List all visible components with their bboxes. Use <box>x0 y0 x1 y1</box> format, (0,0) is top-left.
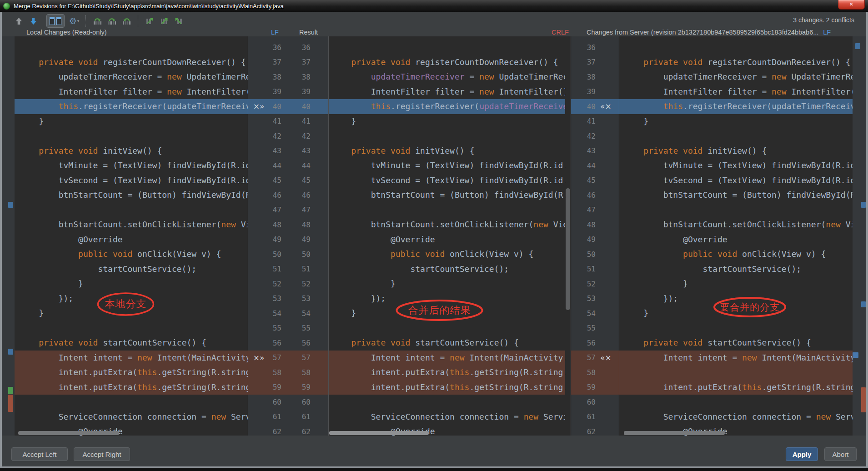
code-line-left[interactable] <box>15 203 248 218</box>
change-marker[interactable] <box>861 202 866 208</box>
code-line-result[interactable]: @Override <box>329 232 565 247</box>
code-line-result[interactable]: startCountService(); <box>329 262 565 277</box>
settings-gear-icon[interactable]: ⚙▾ <box>68 15 80 27</box>
ignore-change-marker-icon[interactable]: ×» <box>248 102 269 111</box>
code-line-result[interactable] <box>329 129 565 144</box>
result-hscrollbar-thumb[interactable] <box>329 431 429 435</box>
ignore-change-marker-icon[interactable]: ×» <box>248 353 269 362</box>
code-line-left[interactable]: } <box>15 276 248 291</box>
code-line-result[interactable]: IntentFilter filter = new IntentFilter()… <box>329 85 565 100</box>
code-line-right[interactable] <box>619 40 853 55</box>
merge-apply-right-icon[interactable] <box>173 15 185 27</box>
code-line-right[interactable]: } <box>619 114 853 129</box>
abort-button[interactable]: Abort <box>824 447 857 461</box>
code-line-left[interactable]: tvSecond = (TextView) findViewById(R.id.… <box>15 173 248 188</box>
code-line-left[interactable]: btnStartCount.setOnClickListener(new Vie… <box>15 217 248 232</box>
code-line-right[interactable]: public void onClick(View v) { <box>619 247 853 262</box>
code-line-left[interactable]: updateTimerReceiver = new UpdateTimerRec… <box>15 70 248 85</box>
code-line-result[interactable]: private void startCountService() { <box>329 336 565 351</box>
code-line-result[interactable]: private void initView() { <box>329 144 565 159</box>
code-line-left[interactable]: private void startCountService() { <box>15 336 248 351</box>
code-line-result[interactable] <box>329 203 565 218</box>
code-line-right[interactable]: this.registerReceiver(updateTimerReceive… <box>619 99 853 114</box>
code-line-right[interactable]: intent.putExtra(this.getString(R.string.… <box>619 380 853 395</box>
code-line-left[interactable]: startCountService(); <box>15 262 248 277</box>
code-line-result[interactable]: } <box>329 114 565 129</box>
code-line-left[interactable]: } <box>15 114 248 129</box>
code-line-result[interactable] <box>329 40 565 55</box>
apply-button[interactable]: Apply <box>786 447 818 461</box>
code-line-result[interactable]: btnStartCount = (Button) findViewById(R.… <box>329 188 565 203</box>
code-line-left[interactable]: tvMinute = (TextView) findViewById(R.id.… <box>15 158 248 173</box>
code-line-left[interactable]: Intent intent = new Intent(MainActivity.… <box>15 351 248 366</box>
side-by-side-viewer-button[interactable] <box>46 14 65 28</box>
ignore-change-marker-icon[interactable]: «× <box>600 353 612 362</box>
code-line-left[interactable]: private void initView() { <box>15 144 248 159</box>
code-line-result[interactable]: } <box>329 276 565 291</box>
code-line-right[interactable]: @Override <box>619 232 853 247</box>
code-line-left[interactable]: intent.putExtra(this.getString(R.string.… <box>15 380 248 395</box>
apply-non-conflicting-left-icon[interactable] <box>91 15 103 27</box>
code-line-left[interactable] <box>15 395 248 410</box>
code-line-left[interactable] <box>15 129 248 144</box>
code-line-right[interactable]: startCountService(); <box>619 262 853 277</box>
right-hscrollbar-thumb[interactable] <box>624 431 725 435</box>
vertical-scrollbar-thumb[interactable] <box>566 188 570 310</box>
code-line-result[interactable]: this.registerReceiver(updateTimerReceive… <box>329 99 565 114</box>
ignore-change-marker-icon[interactable]: «× <box>600 102 612 111</box>
conflict-marker-stripe[interactable] <box>861 387 866 412</box>
change-marker[interactable] <box>861 301 866 307</box>
local-changes-panel[interactable]: private void registerCountDownReceiver()… <box>15 36 248 436</box>
change-marker[interactable] <box>855 43 860 49</box>
code-line-right[interactable]: } <box>619 276 853 291</box>
close-button[interactable]: × <box>838 0 865 10</box>
code-line-left[interactable]: private void registerCountDownReceiver()… <box>15 55 248 70</box>
code-line-right[interactable] <box>619 365 853 380</box>
code-line-result[interactable]: tvMinute = (TextView) findViewById(R.id.… <box>329 158 565 173</box>
code-line-result[interactable] <box>329 321 565 336</box>
code-line-right[interactable]: ServiceConnection connection = new Servi… <box>619 410 853 425</box>
code-line-result[interactable]: private void registerCountDownReceiver()… <box>329 55 565 70</box>
code-line-result[interactable]: Intent intent = new Intent(MainActivity.… <box>329 351 565 366</box>
code-line-right[interactable]: private void startCountService() { <box>619 336 853 351</box>
left-hscrollbar-thumb[interactable] <box>18 431 119 435</box>
code-line-left[interactable]: IntentFilter filter = new IntentFilter()… <box>15 85 248 100</box>
code-line-right[interactable]: btnStartCount.setOnClickListener(new Vie… <box>619 217 853 232</box>
code-line-right[interactable]: tvMinute = (TextView) findViewById(R.id.… <box>619 158 853 173</box>
left-error-stripe[interactable] <box>2 36 15 436</box>
code-line-right[interactable]: tvSecond = (TextView) findViewById(R.id.… <box>619 173 853 188</box>
result-panel[interactable]: private void registerCountDownReceiver()… <box>329 36 565 436</box>
code-line-left[interactable]: intent.putExtra(this.getString(R.string.… <box>15 365 248 380</box>
code-line-result[interactable]: ServiceConnection connection = new Servi… <box>329 410 565 425</box>
merge-apply-all-icon[interactable] <box>158 15 170 27</box>
code-line-left[interactable]: public void onClick(View v) { <box>15 247 248 262</box>
accept-left-button[interactable]: Accept Left <box>11 447 68 461</box>
code-line-right[interactable]: btnStartCount = (Button) findViewById(R.… <box>619 188 853 203</box>
code-line-right[interactable]: Intent intent = new Intent(MainActivity.… <box>619 351 853 366</box>
code-line-left[interactable]: this.registerReceiver(updateTimerReceive… <box>15 99 248 114</box>
change-marker[interactable] <box>853 352 858 358</box>
code-line-result[interactable] <box>329 395 565 410</box>
code-line-result[interactable]: updateTimerReceiver = new UpdateTimerRec… <box>329 70 565 85</box>
code-line-right[interactable] <box>619 203 853 218</box>
right-error-stripe[interactable] <box>853 36 866 436</box>
code-line-right[interactable] <box>619 321 853 336</box>
code-line-right[interactable]: private void registerCountDownReceiver()… <box>619 55 853 70</box>
code-line-left[interactable]: btnStartCount = (Button) findViewById(R.… <box>15 188 248 203</box>
change-marker[interactable] <box>8 202 13 208</box>
change-marker[interactable] <box>8 349 13 355</box>
previous-change-icon[interactable] <box>13 15 25 27</box>
code-line-left[interactable] <box>15 40 248 55</box>
code-line-result[interactable]: public void onClick(View v) { <box>329 247 565 262</box>
code-line-left[interactable]: ServiceConnection connection = new Servi… <box>15 410 248 425</box>
code-line-right[interactable] <box>619 129 853 144</box>
conflict-marker-stripe[interactable] <box>8 395 13 412</box>
server-changes-panel[interactable]: private void registerCountDownReceiver()… <box>619 36 853 436</box>
accept-right-button[interactable]: Accept Right <box>74 447 130 461</box>
merge-apply-left-icon[interactable] <box>144 15 156 27</box>
code-line-left[interactable] <box>15 321 248 336</box>
code-line-right[interactable]: updateTimerReceiver = new UpdateTimerRec… <box>619 70 853 85</box>
code-line-result[interactable]: tvSecond = (TextView) findViewById(R.id.… <box>329 173 565 188</box>
code-line-left[interactable]: @Override <box>15 232 248 247</box>
code-line-right[interactable]: IntentFilter filter = new IntentFilter()… <box>619 85 853 100</box>
